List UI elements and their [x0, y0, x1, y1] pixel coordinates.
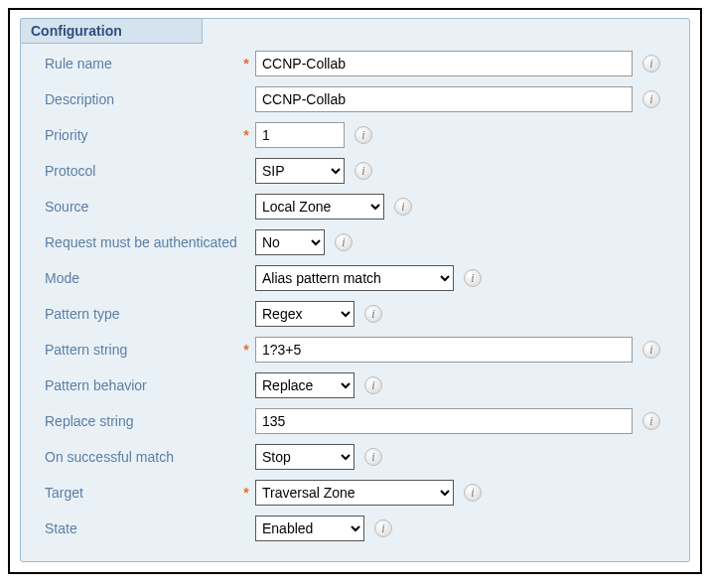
info-icon[interactable]: i: [464, 269, 482, 287]
label-protocol: Protocol: [39, 163, 237, 179]
info-icon[interactable]: i: [394, 198, 412, 216]
info-icon[interactable]: i: [355, 162, 372, 180]
select-on-match[interactable]: Stop: [255, 444, 355, 470]
select-auth[interactable]: No: [255, 229, 325, 255]
label-target: Target: [39, 485, 237, 501]
required-marker: *: [237, 342, 255, 358]
info-icon[interactable]: i: [642, 55, 660, 73]
input-priority[interactable]: [255, 122, 345, 148]
input-rule-name[interactable]: [255, 51, 633, 76]
select-pattern-behavior[interactable]: Replace: [255, 372, 355, 398]
row-description: Description i: [39, 86, 671, 112]
input-pattern-string[interactable]: [255, 337, 633, 363]
label-on-match: On successful match: [39, 449, 237, 465]
row-protocol: Protocol SIP i: [39, 158, 671, 184]
info-icon[interactable]: i: [464, 484, 482, 502]
info-icon[interactable]: i: [335, 233, 353, 251]
label-state: State: [39, 520, 237, 536]
row-replace-string: Replace string i: [39, 408, 671, 434]
row-source: Source Local Zone i: [39, 194, 671, 220]
info-icon[interactable]: i: [374, 519, 392, 537]
row-pattern-type: Pattern type Regex i: [39, 301, 671, 327]
panel-title: Configuration: [20, 18, 203, 44]
info-icon[interactable]: i: [642, 341, 660, 359]
select-pattern-type[interactable]: Regex: [255, 301, 355, 327]
required-marker: *: [237, 127, 255, 143]
select-state[interactable]: Enabled: [255, 515, 364, 541]
label-rule-name: Rule name: [39, 56, 237, 72]
label-mode: Mode: [39, 270, 237, 286]
required-marker: *: [237, 56, 255, 72]
select-source[interactable]: Local Zone: [255, 194, 384, 220]
window-frame: Configuration Rule name * i Description …: [8, 8, 702, 574]
configuration-panel: Configuration Rule name * i Description …: [20, 18, 690, 562]
select-mode[interactable]: Alias pattern match: [255, 265, 454, 291]
row-priority: Priority * i: [39, 122, 671, 148]
info-icon[interactable]: i: [355, 126, 372, 144]
row-target: Target * Traversal Zone i: [39, 480, 671, 506]
label-source: Source: [39, 199, 237, 215]
label-pattern-string: Pattern string: [39, 342, 237, 358]
select-target[interactable]: Traversal Zone: [255, 480, 454, 506]
input-description[interactable]: [255, 86, 633, 112]
row-on-match: On successful match Stop i: [39, 444, 671, 470]
info-icon[interactable]: i: [364, 448, 382, 466]
row-mode: Mode Alias pattern match i: [39, 265, 671, 291]
input-replace-string[interactable]: [255, 408, 633, 434]
info-icon[interactable]: i: [642, 412, 660, 430]
label-auth: Request must be authenticated: [39, 234, 237, 250]
select-protocol[interactable]: SIP: [255, 158, 345, 184]
label-pattern-behavior: Pattern behavior: [39, 377, 237, 393]
row-pattern-behavior: Pattern behavior Replace i: [39, 372, 671, 398]
info-icon[interactable]: i: [642, 90, 660, 108]
row-state: State Enabled i: [39, 515, 671, 541]
info-icon[interactable]: i: [364, 305, 382, 323]
label-description: Description: [39, 91, 237, 107]
row-pattern-string: Pattern string * i: [39, 337, 671, 363]
row-rule-name: Rule name * i: [39, 51, 671, 76]
label-replace-string: Replace string: [39, 413, 237, 429]
required-marker: *: [237, 485, 255, 501]
label-priority: Priority: [39, 127, 237, 143]
label-pattern-type: Pattern type: [39, 306, 237, 322]
info-icon[interactable]: i: [364, 376, 382, 394]
row-auth: Request must be authenticated No i: [39, 229, 671, 255]
